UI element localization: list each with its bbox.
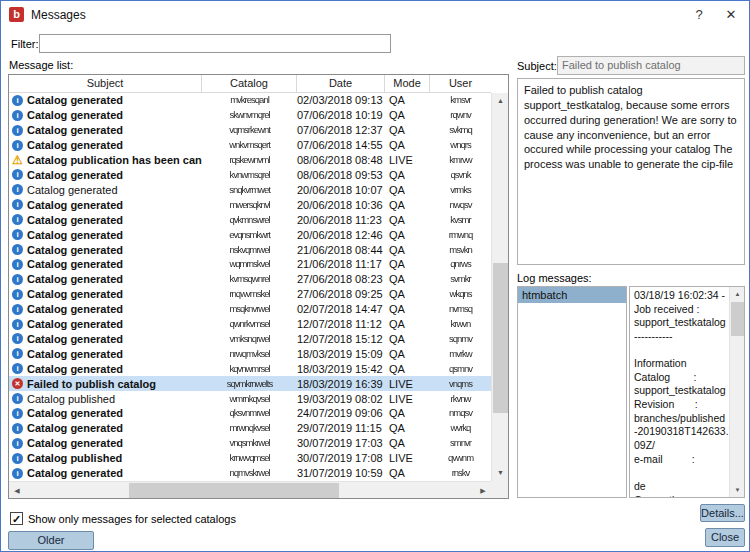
log-scroll-down-icon[interactable]: ▼ [730, 483, 745, 497]
column-header-date[interactable]: Date [297, 75, 385, 92]
user-text: wkqns [430, 287, 491, 301]
subject-text: Catalog generated [27, 168, 123, 182]
table-row[interactable]: iCatalog generatedevqnsmkwrt20/06/2018 1… [9, 227, 491, 242]
table-row[interactable]: iCatalog generatednqmvskrwel31/07/2019 1… [9, 466, 491, 481]
details-button[interactable]: Details... [700, 504, 745, 522]
subject-text: Catalog generated [27, 347, 123, 361]
catalog-text: qksvnmrwel [202, 406, 297, 420]
table-row[interactable]: iCatalog publishedkrnwvqmsel30/07/2019 1… [9, 451, 491, 466]
log-scroll-up-icon[interactable]: ▲ [730, 287, 745, 301]
table-row[interactable]: iCatalog generatedqwnrkvmsel12/07/2018 1… [9, 317, 491, 332]
table-row[interactable]: iCatalog generatedwqmrnskvel21/06/2018 1… [9, 257, 491, 272]
table-row[interactable]: iCatalog generatedqvkmnswrel20/06/2018 1… [9, 212, 491, 227]
log-source-item[interactable]: htmbatch [518, 287, 626, 303]
table-row[interactable]: iCatalog generatedkqvnwmrsel18/03/2019 1… [9, 361, 491, 376]
table-row[interactable]: iCatalog generatedmwersqknvl20/06/2018 1… [9, 197, 491, 212]
date-text: 20/06/2018 12:46 [297, 228, 385, 242]
subject-field[interactable]: Failed to publish catalog [557, 56, 745, 75]
log-scroll-thumb[interactable] [731, 302, 744, 336]
scroll-up-icon[interactable]: ▲ [492, 93, 509, 109]
table-row[interactable]: iCatalog generatedrnqwvmskel27/06/2018 0… [9, 287, 491, 302]
table-row[interactable]: iCatalog generatedkvnwmsqrel08/06/2018 0… [9, 168, 491, 183]
info-icon: i [12, 363, 23, 374]
table-row[interactable]: iCatalog generatedkvmsqwnrel27/06/2018 0… [9, 272, 491, 287]
scroll-right-icon[interactable]: ▶ [475, 482, 491, 499]
subject-cell: ⚠Catalog publication has been cancelled [9, 153, 202, 167]
user-text: nwqsv [430, 198, 491, 212]
subject-text: Catalog generated [27, 257, 123, 271]
subject-cell: iCatalog generated [9, 436, 202, 450]
older-messages-button[interactable]: Older messages... [8, 531, 94, 550]
mode-text: LIVE [385, 153, 430, 167]
table-row[interactable]: iCatalog generatedsnqkvrmwet20/06/2018 1… [9, 182, 491, 197]
table-row[interactable]: iCatalog generatedvqmsrkewnt07/06/2018 1… [9, 123, 491, 138]
subject-text: Catalog generated [27, 406, 123, 420]
table-row[interactable]: iCatalog generatedskwnvmqrel07/06/2018 1… [9, 108, 491, 123]
close-icon[interactable]: ✕ [715, 1, 747, 29]
table-row[interactable]: iCatalog generatedmvkresqanl02/03/2018 0… [9, 93, 491, 108]
filter-label: Filter: [11, 38, 39, 50]
date-text: 18/03/2019 15:42 [297, 362, 385, 376]
column-header-catalog[interactable]: Catalog [202, 75, 297, 92]
table-row[interactable]: iCatalog generatedqksvnmrwel24/07/2019 0… [9, 406, 491, 421]
subject-text: Failed to publish catalog [27, 377, 156, 391]
vertical-scrollbar[interactable]: ▲ ▼ [491, 93, 508, 481]
column-header-subject[interactable]: Subject [9, 75, 202, 92]
table-row[interactable]: iCatalog generatedvmksnqrwel12/07/2018 1… [9, 332, 491, 347]
date-text: 20/06/2018 11:23 [297, 213, 385, 227]
subject-cell: iCatalog generated [9, 108, 202, 122]
table-row[interactable]: iCatalog publishedwmrnkqvsel19/03/2019 0… [9, 391, 491, 406]
message-body[interactable]: Failed to publish catalog support_testka… [517, 78, 745, 265]
catalog-text: vnqsmkrwel [202, 436, 297, 450]
catalog-text: kvmsqwnrel [202, 272, 297, 286]
mode-text: LIVE [385, 377, 430, 391]
horizontal-scroll-thumb[interactable] [129, 483, 339, 498]
table-row[interactable]: iCatalog generatedwnkvmsqert07/06/2018 1… [9, 138, 491, 153]
vertical-scroll-thumb[interactable] [493, 263, 508, 413]
info-icon: i [12, 319, 23, 330]
log-scrollbar[interactable]: ▲ ▼ [729, 287, 744, 497]
subject-text: Catalog generated [27, 228, 123, 242]
user-text: vnqms [430, 377, 491, 391]
log-text-box[interactable]: 03/18/19 16:02:34 - Job received : suppo… [629, 286, 745, 498]
log-source-list[interactable]: htmbatch [517, 286, 627, 498]
subject-text: Catalog generated [27, 436, 123, 450]
catalog-text: mwersqknvl [202, 198, 297, 212]
subject-cell: iCatalog generated [9, 257, 202, 271]
subject-text: Catalog publication has been cancelled [27, 153, 202, 167]
subject-cell: iCatalog generated [9, 243, 202, 257]
info-icon: i [12, 468, 23, 479]
catalog-text: vmksnqrwel [202, 332, 297, 346]
table-row[interactable]: iCatalog generatedvnqsmkrwel30/07/2019 1… [9, 436, 491, 451]
table-row[interactable]: iCatalog generatednskvqmrwel21/06/2018 0… [9, 242, 491, 257]
table-row[interactable]: iCatalog generatedmrwnqkvsel29/07/2019 1… [9, 421, 491, 436]
title-bar[interactable]: b Messages ? ✕ [1, 1, 749, 29]
show-only-selected-checkbox[interactable]: ✓ [10, 512, 23, 525]
scroll-down-icon[interactable]: ▼ [492, 465, 509, 481]
subject-text: Catalog generated [27, 123, 123, 137]
catalog-text: qvkmnswrel [202, 213, 297, 227]
user-text: mvrkw [430, 347, 491, 361]
date-text: 18/03/2019 15:09 [297, 347, 385, 361]
app-icon: b [9, 7, 24, 22]
date-text: 12/07/2018 11:12 [297, 317, 385, 331]
table-row[interactable]: iCatalog generatedmsqknvrwel02/07/2018 1… [9, 302, 491, 317]
horizontal-scrollbar[interactable]: ◀ ▶ [9, 481, 491, 498]
mode-text: QA [385, 93, 430, 107]
close-button[interactable]: Close [705, 528, 745, 547]
column-header-mode[interactable]: Mode [385, 75, 430, 92]
table-row[interactable]: ⚠Catalog publication has been cancelledr… [9, 153, 491, 168]
user-text: rkvnw [430, 392, 491, 406]
subject-cell: iCatalog generated [9, 138, 202, 152]
table-row[interactable]: iCatalog generatednrwqmvksel18/03/2019 1… [9, 346, 491, 361]
catalog-text: snqkvrmwet [202, 183, 297, 197]
scroll-left-icon[interactable]: ◀ [9, 482, 25, 499]
subject-text: Catalog generated [27, 108, 123, 122]
help-button[interactable]: ? [683, 1, 715, 29]
subject-label: Subject: [517, 60, 557, 72]
table-row[interactable]: ✕Failed to publish catalogsqvmkrnwelts18… [9, 376, 491, 391]
info-icon: i [12, 110, 23, 121]
user-text: smnvr [430, 436, 491, 450]
column-header-user[interactable]: User [430, 75, 491, 92]
filter-input[interactable] [39, 34, 391, 53]
